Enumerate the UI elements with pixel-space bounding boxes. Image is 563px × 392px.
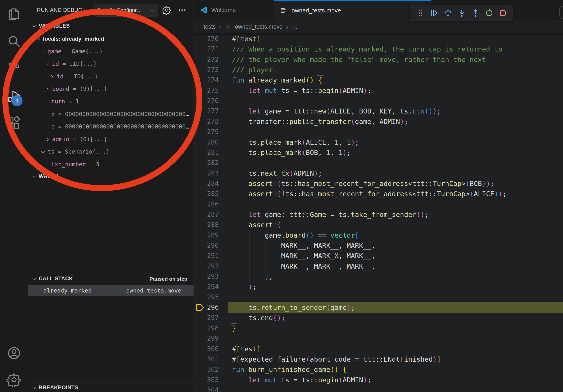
line-number[interactable]: 292 — [194, 261, 219, 271]
line-number[interactable]: 299 — [194, 333, 219, 344]
line-number[interactable]: 279 — [194, 127, 219, 137]
line-number[interactable]: 281 — [194, 147, 219, 158]
line-number[interactable]: 274 — [194, 75, 219, 85]
code-line[interactable]: MARK__, MARK_X, MARK__, — [232, 251, 375, 261]
source-control-icon[interactable] — [7, 61, 22, 76]
line-number[interactable]: 293 — [194, 271, 219, 282]
line-number[interactable]: 295 — [194, 292, 219, 302]
debug-stop-icon[interactable] — [498, 9, 507, 18]
line-number[interactable]: 291 — [194, 251, 219, 261]
variables-section-header[interactable]: VARIABLES — [28, 22, 193, 31]
ellipsis-icon[interactable] — [178, 6, 187, 15]
code-line[interactable]: #[test] — [232, 34, 261, 44]
line-number[interactable]: 300 — [194, 344, 219, 354]
code-line[interactable]: let mut ts = ts::begin(ADMIN); — [232, 85, 371, 96]
line-number[interactable]: 278 — [194, 117, 219, 127]
chevron-down-icon[interactable] — [36, 36, 41, 42]
files-icon[interactable] — [7, 6, 22, 21]
code-line[interactable]: ], — [232, 271, 273, 282]
code-line[interactable]: let mut ts = ts::begin(ADMIN); — [232, 375, 371, 385]
line-number[interactable]: 294 — [194, 282, 219, 292]
line-number[interactable]: 303 — [194, 375, 219, 385]
breadcrumb-item-symbol[interactable]: … — [292, 24, 298, 30]
code-line[interactable]: ts.place_mark(ALICE, 1, 1); — [232, 137, 359, 147]
watch-section-header[interactable]: WATCH — [28, 172, 193, 181]
code-line[interactable]: assert!(!ts::has_most_recent_for_address… — [232, 189, 507, 199]
code-line[interactable]: /// player. — [232, 65, 277, 75]
code-line[interactable]: game.board() == vector[ — [232, 230, 359, 240]
line-number[interactable]: 298 — [194, 323, 219, 333]
debug-config-dropdown[interactable]: No Configur… — [93, 4, 158, 17]
line-number[interactable]: 302 — [194, 364, 219, 375]
chevron-right-icon[interactable] — [45, 137, 51, 143]
code-line[interactable]: MARK__, MARK__, MARK__, — [232, 240, 375, 251]
code-line[interactable]: let game: ttt::Game = ts.take_from_sende… — [232, 209, 429, 220]
chevron-right-icon[interactable] — [49, 74, 55, 80]
line-number[interactable]: 284 — [194, 178, 219, 189]
variable-row[interactable]: txn_number = 5 — [28, 158, 193, 171]
breadcrumb-item-tests[interactable]: tests — [204, 24, 216, 30]
code-line[interactable]: #[expected_failure(abort_code = ttt::ENo… — [232, 354, 441, 364]
debug-config-label[interactable]: No Configur… — [108, 7, 149, 13]
chevron-right-icon[interactable] — [45, 86, 51, 92]
chevron-down-icon[interactable] — [45, 61, 51, 67]
line-number[interactable]: 286 — [194, 199, 219, 209]
line-number[interactable]: 277 — [194, 106, 219, 116]
line-number[interactable]: 275 — [194, 85, 219, 96]
code-line[interactable]: /// When a position is already marked, t… — [232, 44, 502, 54]
code-line[interactable]: ts.return_to_sender(game); — [232, 302, 355, 313]
line-number[interactable]: 270 — [194, 34, 219, 44]
variable-row[interactable]: game = Game{...} — [28, 45, 193, 58]
variable-row[interactable]: admin = (0)[...] — [28, 133, 193, 146]
chevron-down-icon[interactable] — [40, 149, 46, 155]
tab-welcome[interactable]: Welcome — [194, 0, 274, 20]
line-number[interactable]: 282 — [194, 158, 219, 168]
gear-icon[interactable] — [162, 6, 171, 15]
line-number[interactable]: 272 — [194, 54, 219, 65]
call-stack-frame-row[interactable]: already_marked owned_tests.move — [28, 285, 193, 296]
grip-icon[interactable] — [416, 9, 425, 18]
variable-row[interactable]: turn = 1 — [28, 95, 193, 108]
variable-row[interactable]: board = (9)[...] — [28, 83, 193, 95]
chevron-down-icon[interactable] — [40, 49, 46, 55]
code-line[interactable]: transfer::public_transfer(game, ADMIN); — [232, 117, 408, 127]
tab-owned-tests-move[interactable]: owned_tests.move × — [274, 0, 431, 20]
variable-row[interactable]: id = UID{...} — [28, 58, 193, 70]
code-line[interactable]: assert!(ts::has_most_recent_for_address<… — [232, 178, 494, 189]
settings-gear-icon[interactable] — [7, 372, 22, 387]
extensions-icon[interactable] — [7, 116, 22, 131]
debug-step-over-icon[interactable] — [443, 9, 452, 18]
code-line[interactable]: let game = ttt::new(ALICE, BOB, KEY, ts.… — [232, 106, 441, 116]
breadcrumb-item-file[interactable]: owned_tests.move — [235, 24, 283, 30]
code-line[interactable]: ); — [232, 282, 257, 292]
code-line[interactable]: assert!( — [232, 220, 281, 230]
debug-restart-icon[interactable] — [485, 9, 494, 18]
line-number[interactable]: 271 — [194, 44, 219, 54]
search-icon[interactable] — [7, 34, 22, 49]
frame-function-name[interactable]: already_marked — [43, 287, 91, 294]
account-icon[interactable] — [7, 346, 22, 361]
line-number[interactable]: 304 — [194, 385, 219, 392]
code-line[interactable]: ts.place_mark(BOB, 1, 1); — [232, 147, 351, 158]
line-number[interactable]: 287 — [194, 209, 219, 220]
line-number[interactable]: 283 — [194, 168, 219, 178]
code-line[interactable]: ts.end(); — [232, 313, 285, 323]
line-number[interactable]: 280 — [194, 137, 219, 147]
code-line[interactable]: } — [232, 323, 236, 333]
variable-row[interactable]: x = 000000000000000000000000000000000000… — [28, 108, 193, 121]
line-number[interactable]: 276 — [194, 96, 219, 106]
line-number[interactable]: 288 — [194, 220, 219, 230]
code-line[interactable]: ts.next_tx(ADMIN); — [232, 168, 322, 178]
line-number[interactable]: 301 — [194, 354, 219, 364]
debug-step-into-icon[interactable] — [457, 9, 466, 18]
code-line[interactable]: fun burn_unfinished_game() { — [232, 364, 347, 375]
breakpoints-section-header[interactable]: BREAKPOINTS — [28, 383, 193, 392]
line-number[interactable]: 273 — [194, 65, 219, 75]
variable-row[interactable]: id = ID{...} — [28, 70, 193, 83]
line-number[interactable]: 285 — [194, 189, 219, 199]
debug-continue-icon[interactable] — [430, 9, 439, 18]
code-line[interactable]: fun already_marked() { — [232, 75, 322, 85]
line-number[interactable]: 290 — [194, 240, 219, 251]
code-line[interactable]: MARK__, MARK__, MARK__, — [232, 261, 375, 271]
variable-row[interactable]: locals: already_marked — [28, 33, 193, 45]
